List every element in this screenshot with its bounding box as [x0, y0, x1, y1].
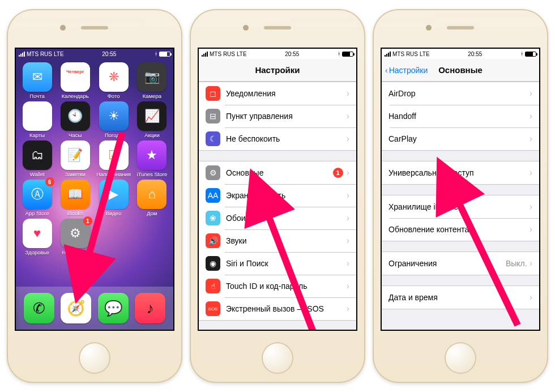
status-bar: MTS RUS LTE 20:55 ᚼ: [199, 49, 356, 59]
app-label: Настройки: [62, 249, 88, 255]
app-Настройки[interactable]: ⚙︎1Настройки: [58, 219, 92, 255]
row-Экстренный вызов — SOS[interactable]: SOSЭкстренный вызов — SOS›: [199, 297, 356, 320]
general-screen: MTS RUS LTE 20:55 ᚼ ‹ Настройки Основные…: [381, 48, 540, 331]
row-AirDrop[interactable]: AirDrop›: [382, 82, 539, 105]
app-icon[interactable]: 📷: [137, 62, 166, 92]
app-Здоровье[interactable]: ♥︎Здоровье: [20, 219, 54, 255]
row-label: Handoff: [388, 112, 530, 121]
app-Заметки[interactable]: 📝Заметки: [58, 140, 92, 177]
app-Акции[interactable]: 📈Акции: [135, 101, 169, 138]
row-Не беспокоить[interactable]: ☾Не беспокоить›: [199, 127, 356, 150]
chevron-right-icon: ›: [530, 168, 532, 178]
chevron-right-icon: ›: [347, 213, 349, 223]
app-icon[interactable]: ▶︎: [99, 180, 129, 209]
app-iBooks[interactable]: 📖iBooks: [58, 180, 92, 216]
row-label: AirDrop: [388, 89, 530, 98]
chevron-right-icon: ›: [347, 236, 349, 246]
dock-safari[interactable]: 🧭: [61, 293, 91, 323]
page-title: Настройки: [255, 65, 300, 75]
row-label: Обои: [226, 214, 347, 223]
app-icon[interactable]: ❋: [99, 62, 129, 92]
page-dots[interactable]: • ⦿ •: [16, 259, 173, 264]
row-Звуки[interactable]: 🔊Звуки›: [199, 229, 356, 252]
app-Напоминания[interactable]: ☑︎Напоминания: [96, 140, 131, 177]
app-icon[interactable]: ☀︎: [99, 101, 129, 131]
dock-phone[interactable]: ✆: [24, 293, 54, 323]
app-label: Камера: [143, 93, 161, 99]
back-button[interactable]: ‹ Настройки: [385, 66, 428, 75]
row-Пункт управления[interactable]: ⊟Пункт управления›: [199, 105, 356, 127]
app-Часы[interactable]: 🕙Часы: [58, 101, 92, 138]
app-icon[interactable]: 📈: [137, 101, 166, 131]
app-Видео[interactable]: ▶︎Видео: [96, 180, 131, 216]
app-icon[interactable]: 📝: [61, 140, 90, 170]
dock-messages[interactable]: 💬: [98, 293, 129, 323]
home-button[interactable]: [445, 342, 476, 374]
app-icon[interactable]: ♥︎: [23, 219, 52, 248]
app-icon[interactable]: ✉︎: [23, 62, 52, 92]
row-Экран и яркость[interactable]: AAЭкран и яркость›: [199, 184, 356, 207]
app-Погода[interactable]: ☀︎Погода: [96, 101, 131, 138]
app-icon[interactable]: ⚙︎1: [61, 219, 90, 248]
row-label: Не беспокоить: [226, 134, 347, 143]
row-label: Обновление контента: [388, 225, 530, 234]
page-title: Основные: [438, 65, 483, 75]
app-icon[interactable]: ☑︎: [99, 140, 129, 170]
app-icon[interactable]: 🗺: [23, 101, 52, 131]
app-label: Заметки: [65, 171, 86, 177]
app-Wallet[interactable]: 🗂Wallet: [20, 140, 54, 177]
bluetooth-icon: ᚼ: [520, 51, 523, 57]
app-Карты[interactable]: 🗺Карты: [20, 101, 54, 138]
row-icon: ☝︎: [206, 279, 220, 293]
row-Touch ID и код-пароль[interactable]: ☝︎Touch ID и код-пароль›: [199, 275, 356, 297]
app-Фото[interactable]: ❋Фото: [96, 62, 131, 99]
app-label: Часы: [69, 132, 82, 138]
app-label: App Store: [25, 210, 49, 216]
row-Ограничения[interactable]: ОграниченияВыкл.›: [382, 252, 539, 275]
row-Обои[interactable]: ❀Обои›: [199, 207, 356, 229]
row-Хранилище iPhone[interactable]: Хранилище iPhone›: [382, 195, 539, 218]
row-Основные[interactable]: ⚙︎Основные1›: [199, 161, 356, 184]
row-Handoff[interactable]: Handoff›: [382, 105, 539, 127]
app-icon[interactable]: Четверг12: [61, 62, 90, 92]
app-Дом[interactable]: ⌂Дом: [135, 180, 169, 216]
row-label: Уведомления: [226, 89, 347, 98]
app-icon[interactable]: 🕙: [61, 101, 90, 131]
app-icon[interactable]: ★: [137, 140, 166, 170]
app-Камера[interactable]: 📷Камера: [135, 62, 169, 99]
home-button[interactable]: [262, 342, 293, 374]
home-button[interactable]: [79, 342, 110, 374]
app-icon[interactable]: ⌂: [137, 180, 166, 209]
chevron-right-icon: ›: [530, 292, 532, 302]
app-label: Wallet: [30, 171, 45, 177]
row-Siri и Поиск[interactable]: ◉Siri и Поиск›: [199, 252, 356, 275]
chevron-right-icon: ›: [347, 190, 349, 201]
app-icon[interactable]: 📖: [61, 180, 90, 209]
row-Обновление контента[interactable]: Обновление контента›: [382, 218, 539, 241]
row-icon: ❀: [206, 211, 220, 225]
row-Уведомления[interactable]: ◻︎Уведомления›: [199, 82, 356, 105]
row-CarPlay[interactable]: CarPlay›: [382, 127, 539, 150]
row-Дата и время[interactable]: Дата и время›: [382, 286, 539, 309]
app-label: Дом: [147, 210, 157, 216]
phone-home: MTS RUS LTE 20:55 ᚼ ✉︎ПочтаЧетверг12Кале…: [7, 9, 182, 383]
settings-screen: MTS RUS LTE 20:55 ᚼ Настройки ◻︎Уведомле…: [198, 48, 357, 331]
app-icon[interactable]: 🗂: [23, 140, 52, 170]
app-label: Напоминания: [96, 171, 131, 177]
chevron-right-icon: ›: [347, 134, 349, 144]
row-icon: SOS: [206, 301, 220, 316]
app-icon[interactable]: Ⓐ6: [23, 180, 52, 209]
chevron-right-icon: ›: [347, 111, 349, 121]
dock-music[interactable]: ♪: [135, 293, 165, 323]
app-iTunes Store[interactable]: ★iTunes Store: [135, 140, 169, 177]
app-App Store[interactable]: Ⓐ6App Store: [20, 180, 54, 216]
row-Универсальный доступ[interactable]: Универсальный доступ›: [382, 161, 539, 184]
app-label: Карты: [29, 132, 45, 138]
row-label: Хранилище iPhone: [388, 202, 530, 211]
chevron-right-icon: ›: [347, 258, 349, 269]
app-Календарь[interactable]: Четверг12Календарь: [58, 62, 92, 99]
app-label: Почта: [29, 93, 44, 99]
app-Почта[interactable]: ✉︎Почта: [20, 62, 54, 99]
app-label: Погода: [105, 132, 122, 138]
app-label: iBooks: [67, 210, 83, 216]
